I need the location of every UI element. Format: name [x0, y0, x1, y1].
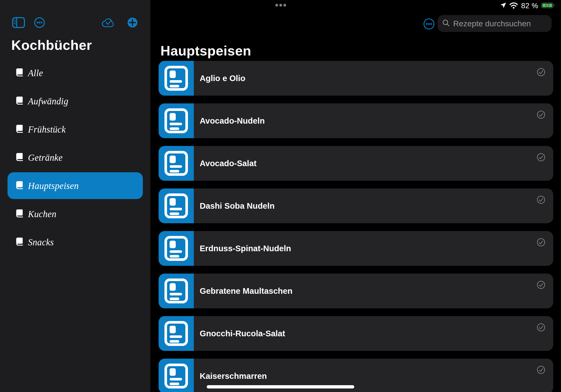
check-circle-icon[interactable] [537, 153, 545, 162]
multitask-drag-handle[interactable] [275, 4, 286, 7]
ellipsis-circle-icon [34, 17, 45, 29]
sidebar-item-label: Hauptspeisen [28, 181, 79, 191]
home-indicator[interactable] [207, 385, 354, 389]
recipe-row[interactable]: Aglio e Olio [159, 61, 553, 96]
sidebar-item-snacks[interactable]: Snacks [8, 229, 143, 255]
check-circle-icon[interactable] [537, 238, 545, 247]
recipe-row[interactable]: Gnocchi-Rucola-Salat [159, 316, 553, 351]
sidebar-item-label: Alle [28, 68, 43, 78]
search-icon [442, 19, 450, 28]
cloud-sync-button[interactable] [101, 16, 115, 30]
recipe-name: Gnocchi-Rucola-Salat [200, 316, 285, 351]
book-icon [15, 237, 23, 247]
book-icon [15, 209, 23, 219]
recipe-name: Erdnuss-Spinat-Nudeln [200, 231, 291, 266]
sidebar-item-alle[interactable]: Alle [8, 59, 143, 86]
cookbook-list: Alle Aufwändig Frühstück Getränke Haupts… [0, 59, 150, 257]
recipe-row[interactable]: Avocado-Salat [159, 146, 553, 181]
sidebar-item-fruehstueck[interactable]: Frühstück [8, 116, 143, 143]
recipe-list: Aglio e Olio Avocado-Nudeln Avocado-Sala… [159, 61, 553, 392]
search-input[interactable]: Rezepte durchsuchen [437, 15, 552, 32]
check-circle-icon[interactable] [537, 110, 545, 119]
ellipsis-circle-icon [423, 18, 435, 31]
add-cookbook-button[interactable] [127, 16, 138, 30]
recipe-card-icon [159, 146, 194, 181]
sidebar-toolbar [0, 16, 150, 30]
recipe-row[interactable]: Erdnuss-Spinat-Nudeln [159, 231, 553, 266]
recipe-name: Avocado-Nudeln [200, 103, 265, 138]
book-icon [15, 152, 23, 162]
book-icon [15, 68, 23, 78]
plus-circle-icon [127, 17, 138, 29]
status-bar-right: 82 % [500, 2, 555, 10]
sidebar-item-label: Frühstück [28, 124, 66, 135]
check-circle-icon[interactable] [537, 68, 545, 76]
book-icon [15, 124, 23, 134]
dot-icon [279, 4, 282, 7]
recipe-card-icon [159, 359, 194, 392]
sidebar-more-button[interactable] [33, 16, 46, 30]
book-icon [15, 181, 23, 191]
battery-percent-label: 82 % [521, 2, 538, 10]
recipe-card-icon [159, 103, 194, 138]
check-circle-icon[interactable] [537, 323, 545, 332]
page-title: Hauptspeisen [161, 43, 251, 58]
check-circle-icon[interactable] [537, 366, 545, 374]
sidebar-item-label: Aufwändig [28, 96, 68, 107]
sidebar-item-kuchen[interactable]: Kuchen [8, 200, 143, 227]
sidebar-toggle-icon [12, 17, 25, 29]
recipe-row[interactable]: Avocado-Nudeln [159, 103, 553, 138]
recipe-row[interactable]: Gebratene Maultaschen [159, 273, 553, 308]
sidebar: Kochbücher Alle Aufwändig Frühstück Getr… [0, 0, 150, 392]
sidebar-item-getraenke[interactable]: Getränke [8, 144, 143, 171]
recipe-card-icon [159, 316, 194, 351]
book-icon [15, 96, 23, 106]
battery-charging-icon [541, 2, 555, 10]
check-circle-icon[interactable] [537, 281, 545, 289]
dot-icon [275, 4, 278, 7]
app-screen: Kochbücher Alle Aufwändig Frühstück Getr… [0, 0, 561, 392]
recipe-name: Gebratene Maultaschen [200, 273, 292, 308]
search-placeholder: Rezepte durchsuchen [453, 19, 531, 28]
recipe-card-icon [159, 188, 194, 223]
sidebar-toggle-button[interactable] [11, 16, 26, 30]
sidebar-item-label: Snacks [28, 237, 54, 248]
recipe-name: Avocado-Salat [200, 146, 257, 181]
sidebar-item-aufwaendig[interactable]: Aufwändig [8, 88, 143, 114]
cloud-check-icon [101, 17, 115, 29]
dot-icon [283, 4, 286, 7]
sidebar-item-hauptspeisen[interactable]: Hauptspeisen [8, 172, 143, 199]
recipe-card-icon [159, 231, 194, 266]
recipe-row[interactable]: Dashi Soba Nudeln [159, 188, 553, 223]
sidebar-title: Kochbücher [11, 37, 92, 53]
recipe-card-icon [159, 61, 194, 96]
sidebar-item-label: Getränke [28, 152, 63, 163]
location-arrow-icon [500, 2, 506, 9]
recipe-card-icon [159, 273, 194, 308]
recipe-name: Dashi Soba Nudeln [200, 188, 275, 223]
check-circle-icon[interactable] [537, 196, 545, 204]
wifi-icon [509, 2, 518, 10]
sidebar-item-label: Kuchen [28, 209, 56, 219]
recipe-name: Aglio e Olio [200, 61, 245, 96]
recipes-more-button[interactable] [423, 18, 435, 31]
